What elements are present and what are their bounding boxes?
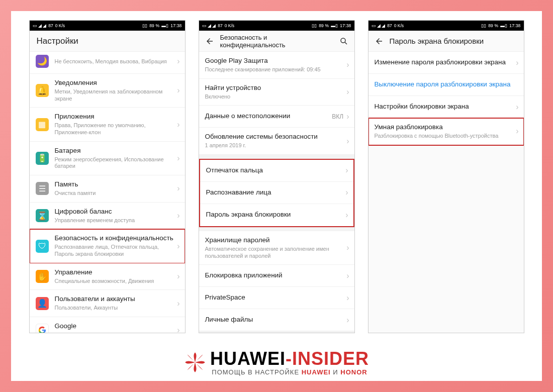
battery-icon: 🔋 — [36, 152, 49, 165]
item-sub: Режим энергосбережения, Использование ба… — [55, 156, 177, 170]
net-speed: 0 K/s — [225, 23, 234, 28]
apps-icon: ▦ — [36, 118, 49, 131]
item-title: Google Play Защита — [205, 57, 347, 65]
item-sub: Очистка памяти — [55, 190, 177, 197]
brand-tagline: ПОМОЩЬ В НАСТРОЙКЕ HUAWEI И HONOR — [210, 368, 369, 376]
list-item[interactable]: ✋ Управление Специальные возможности, Дв… — [30, 263, 185, 290]
chevron-right-icon: › — [177, 86, 179, 95]
status-bar: ▭ ◢ ◢ 87 0 K/s ▯▯ 89 % ▬▯ 17:38 — [368, 21, 524, 31]
clock: 17:38 — [509, 23, 520, 28]
phone-security: ▭ ◢ ◢ 87 0 K/s ▯▯ 89 % ▬▯ 17:38 Безопасн… — [199, 20, 355, 333]
page-title: Настройки — [37, 36, 78, 46]
back-button[interactable] — [375, 37, 384, 46]
svg-line-1 — [345, 42, 347, 44]
item-title: Настройки блокировки экрана — [375, 103, 516, 111]
back-button[interactable] — [205, 37, 214, 46]
chevron-right-icon: › — [346, 293, 349, 303]
google-icon — [36, 324, 49, 333]
chevron-right-icon: › — [177, 299, 179, 308]
chevron-right-icon: › — [177, 211, 179, 220]
list-item[interactable]: 🔋 Батарея Режим энергосбережения, Исполь… — [30, 142, 185, 175]
chevron-right-icon: › — [516, 58, 518, 67]
list-item[interactable]: 🌙 Не беспокоить, Мелодия вызова, Вибраци… — [30, 52, 185, 74]
chevron-right-icon: › — [345, 188, 348, 197]
brand-name: HUAWEI-INSIDER — [210, 348, 369, 369]
hourglass-icon: ⌛ — [36, 209, 49, 222]
vibrate-icon: ▯▯ — [142, 23, 147, 28]
list-item[interactable]: ▦ Приложения Права, Приложение по умолча… — [30, 108, 185, 141]
item-sub: Управление временем доступа — [55, 217, 177, 224]
list-item-change-pw[interactable]: Изменение пароля разблокировки экрана › — [368, 52, 524, 74]
svg-point-0 — [341, 38, 345, 43]
item-title: Google — [55, 322, 177, 331]
chevron-right-icon: › — [346, 112, 349, 121]
net-speed: 0 K/s — [55, 23, 65, 28]
item-sub: Включено — [205, 93, 347, 101]
item-title: Приложения — [55, 113, 177, 121]
item-title: Выключение пароля разблокировки экрана — [375, 80, 519, 89]
list-item[interactable]: Хранилище паролей Автоматическое сохране… — [199, 231, 354, 265]
item-title: Пароль экрана блокировки — [206, 211, 346, 219]
list-item-smart-unlock[interactable]: Умная разблокировка Разблокировка с помо… — [368, 118, 524, 145]
item-title: Отпечаток пальца — [206, 166, 346, 175]
chevron-right-icon: › — [177, 57, 179, 66]
battery-icon: ▬▯ — [161, 23, 168, 28]
list-item-disable-pw[interactable]: Выключение пароля разблокировки экрана — [368, 74, 524, 96]
list-item-fingerprint[interactable]: Отпечаток пальца › — [200, 160, 353, 182]
chevron-right-icon: › — [177, 326, 179, 333]
item-sub: Метки, Уведомления на заблокированном эк… — [55, 88, 177, 103]
status-bar: ▭ ◢ ◢ 87 0 K/s ▯▯ 89 % ▬▯ 17:38 — [30, 21, 185, 31]
item-sub: Разблокировка с помощью Bluetooth-устрой… — [375, 133, 516, 140]
chevron-right-icon: › — [345, 211, 348, 220]
list-item[interactable]: Google Play Защита Последнее сканировани… — [199, 52, 354, 79]
sidebar-item-security[interactable]: 🛡 Безопасность и конфиденциальность Расп… — [30, 229, 185, 263]
chevron-right-icon: › — [177, 242, 179, 251]
list-item[interactable]: ⌛ Цифровой баланс Управление временем до… — [30, 203, 185, 230]
item-sub: Специальные возможности, Движения — [55, 278, 177, 285]
list-item[interactable]: ☰ Память Очистка памяти › — [30, 175, 185, 203]
security-list[interactable]: Google Play Защита Последнее сканировани… — [199, 52, 354, 333]
dnd-icon: 🌙 — [36, 55, 49, 68]
page-title: Безопасность и конфиденциальность — [220, 34, 333, 49]
list-item-lock-settings[interactable]: Настройки блокировки экрана › — [368, 96, 524, 118]
phones-row: ▭ ◢ ◢ 87 0 K/s ▯▯ 89 % ▬▯ 17:38 Настройк… — [18, 20, 535, 333]
chevron-right-icon: › — [346, 271, 349, 280]
settings-list[interactable]: 🌙 Не беспокоить, Мелодия вызова, Вибраци… — [30, 52, 185, 333]
item-title: Распознавание лица — [206, 188, 346, 197]
list-item[interactable]: 👤 Пользователи и аккаунты Пользователи, … — [30, 290, 185, 317]
lockpw-list[interactable]: Изменение пароля разблокировки экрана › … — [368, 52, 524, 333]
item-sub: Не беспокоить, Мелодия вызова, Вибрация — [55, 58, 177, 65]
app-header: Настройки — [30, 31, 185, 52]
item-sub: Пользователи, Аккаунты — [55, 305, 177, 312]
item-title: Данные о местоположении — [205, 112, 332, 121]
chevron-right-icon: › — [346, 87, 349, 96]
app-header: Пароль экрана блокировки — [368, 31, 524, 52]
list-item[interactable]: 🔔 Уведомления Метки, Уведомления на забл… — [30, 74, 185, 108]
list-item[interactable]: Обновление системы безопасности 1 апреля… — [199, 128, 354, 155]
battery-text: 89 % — [319, 23, 329, 28]
list-item-lockpassword[interactable]: Пароль экрана блокировки › — [200, 204, 353, 226]
list-item[interactable]: Блокировка приложений › — [199, 265, 354, 287]
item-title: Изменение пароля разблокировки экрана — [375, 58, 516, 67]
search-button[interactable] — [339, 37, 348, 46]
chevron-right-icon: › — [346, 60, 349, 69]
list-item[interactable]: Найти устройство Включено › — [199, 79, 354, 106]
item-sub: 1 апреля 2019 г. — [205, 142, 347, 149]
chevron-right-icon: › — [516, 127, 518, 136]
list-item[interactable]: Google Сервисы Google › — [30, 317, 185, 333]
chevron-right-icon: › — [177, 154, 179, 163]
battery-mini: 87 — [387, 23, 392, 28]
bell-icon: 🔔 — [36, 84, 49, 97]
item-sub: Распознавание лица, Отпечаток пальца, Па… — [55, 244, 177, 258]
item-title: Найти устройство — [205, 84, 347, 92]
chevron-right-icon: › — [346, 243, 349, 252]
battery-mini: 87 — [48, 23, 53, 28]
list-item[interactable]: PrivateSpace › — [199, 287, 354, 309]
item-sub: Права, Приложение по умолчанию, Приложен… — [55, 122, 177, 136]
chevron-right-icon: › — [177, 272, 179, 281]
group-separator — [199, 227, 354, 231]
chevron-right-icon: › — [177, 184, 179, 193]
list-item[interactable]: Данные о местоположении ВКЛ › — [199, 106, 354, 128]
list-item[interactable]: Личные файлы › — [199, 309, 354, 331]
list-item-face[interactable]: Распознавание лица › — [200, 182, 353, 204]
